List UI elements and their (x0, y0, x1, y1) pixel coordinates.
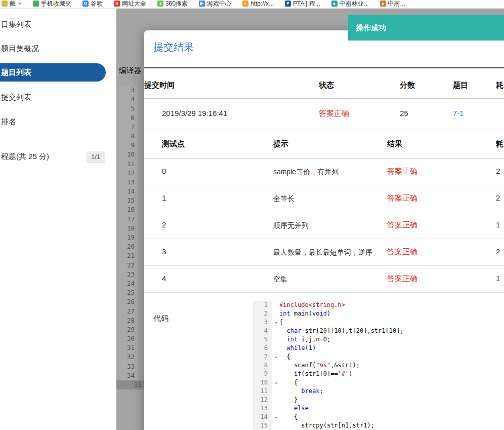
table-header-row: 提交时间状态分数题目耗 (144, 68, 504, 99)
bookmarks-list: 戴▼手机收藏夹G谷歌h网址大全3360搜索▶游戏中心ehttp://x...PP… (0, 0, 504, 9)
game-center-icon: ▶ (199, 1, 205, 7)
bookmark-item[interactable]: ▲中南林业... (331, 0, 369, 8)
bookmark-item[interactable]: ▲中南... (380, 0, 405, 8)
code-line: 9 if(str1[0]=='#') (253, 370, 404, 378)
test-elapsed: 2 (496, 159, 504, 185)
phone-bookmark-icon (33, 1, 39, 7)
code-line: 4 char str[20][10],t[20],str1[10]; (253, 327, 404, 335)
code-line: 13 else (253, 404, 404, 413)
bookmark-item[interactable]: 手机收藏夹 (33, 0, 71, 8)
screen: 戴▼手机收藏夹G谷歌h网址大全3360搜索▶游戏中心ehttp://x...PP… (0, 0, 504, 430)
code-line-number: 13 (253, 404, 272, 413)
table-row: 3最大数量，最长最短单词，逆序答案正确2 (144, 239, 504, 266)
code-line-number: 5 (253, 335, 272, 344)
code-block: 1#include<string.h>2int main(void)3▾{4 c… (253, 301, 404, 430)
sidebar-item[interactable]: 题目列表 (0, 63, 106, 82)
code-text: { (272, 318, 283, 327)
code-text: break; (272, 387, 323, 396)
table-row: 0sample等价，有并列答案正确2 (144, 159, 504, 185)
sidebar-item[interactable]: 题目集概况 (0, 36, 116, 61)
school-icon: ▲ (331, 1, 338, 7)
code-line-number: 2 (253, 309, 272, 318)
table-header-row: 测试点提示结果耗 (144, 129, 504, 159)
sidebar-item[interactable]: 排名 (0, 109, 116, 134)
code-line: 15 strcpy(str[n],str1); (253, 421, 404, 430)
result-tables: 提交时间状态分数题目耗2019/3/29 19:16:41答案正确257-1 测… (144, 67, 504, 293)
code-line: 6 while(1) (253, 344, 404, 353)
bookmark-item[interactable]: 3360搜索 (157, 0, 188, 8)
code-line-number: 14▾ (253, 413, 272, 421)
code-line: 11 break; (253, 387, 404, 396)
sidebar: 目集列表题目集概况题目列表提交列表排名 程题(共 25 分) 1/1 (0, 9, 116, 430)
code-line-number: 7▾ (253, 353, 272, 361)
code-line: 5 int i,j,n=0; (253, 335, 404, 344)
bookmark-label: 戴 (10, 0, 16, 8)
code-line: 2int main(void) (253, 309, 404, 318)
hao123-icon: h (114, 1, 120, 7)
test-point-id: 0 (144, 159, 273, 185)
bookmark-item[interactable]: ehttp://x... (242, 0, 274, 7)
bookmark-label: 网址大全 (122, 0, 146, 8)
bookmark-label: 游戏中心 (207, 0, 231, 8)
test-elapsed: 2 (496, 239, 504, 265)
bookmark-item[interactable]: h网址大全 (114, 0, 146, 8)
test-point-id: 3 (144, 239, 273, 265)
test-result: 答案正确 (387, 159, 496, 185)
code-line: 10▾ { (253, 378, 404, 387)
test-hint: sample等价，有并列 (273, 159, 387, 185)
submission-status: 答案正确 (319, 99, 400, 129)
fold-arrow-icon[interactable]: ▾ (275, 353, 277, 362)
problem-link[interactable]: 7-1 (453, 99, 496, 129)
bookmark-item[interactable]: ▶游戏中心 (199, 0, 231, 8)
toast-message: 操作成功 (356, 23, 386, 33)
test-hint: 顺序无并列 (273, 212, 387, 239)
test-result: 答案正确 (387, 185, 496, 212)
column-header: 分数 (400, 68, 453, 98)
code-line-number: 1 (253, 301, 272, 309)
submission-result-modal: 提交结果 提交时间状态分数题目耗2019/3/29 19:16:41答案正确25… (144, 30, 504, 430)
bookmark-label: http://x... (250, 0, 274, 7)
test-point-id: 2 (144, 212, 273, 239)
code-line-number: 15 (253, 421, 272, 430)
sidebar-section-programming[interactable]: 程题(共 25 分) 1/1 (0, 141, 116, 162)
google-icon: G (82, 1, 89, 7)
toast-success: 操作成功 (348, 15, 504, 41)
bookmark-item[interactable]: G谷歌 (82, 0, 103, 8)
code-text: int main(void) (272, 309, 330, 318)
pta-icon: P (285, 1, 291, 7)
code-text: char str[20][10],t[20],str1[10]; (272, 327, 404, 335)
sidebar-item[interactable]: 提交列表 (0, 85, 116, 109)
sidebar-item[interactable]: 目集列表 (0, 12, 116, 36)
column-header: 测试点 (144, 129, 273, 158)
code-section: 代码 1#include<string.h>2int main(void)3▾{… (144, 301, 504, 430)
fold-arrow-icon[interactable]: ▾ (275, 413, 277, 422)
column-header: 耗 (496, 68, 504, 98)
folder-icon (2, 1, 8, 7)
test-elapsed: 2 (496, 185, 504, 212)
bookmark-label: 手机收藏夹 (41, 0, 71, 8)
code-text: strcpy(str[n],str1); (272, 421, 374, 430)
test-hint: 空集 (273, 266, 387, 292)
code-line-number: 4 (253, 327, 272, 335)
bookmark-item[interactable]: PPTA | 程... (285, 0, 320, 8)
school-icon: ▲ (380, 1, 386, 7)
bookmark-label: 360搜索 (165, 0, 188, 8)
table-row: 2019/3/29 19:16:41答案正确257-1 (144, 99, 504, 129)
table-row: 2顺序无并列答案正确1 (144, 212, 504, 239)
submission-time: 2019/3/29 19:16:41 (144, 99, 319, 129)
bookmark-item[interactable]: 戴▼ (2, 0, 22, 8)
fold-arrow-icon[interactable]: ▾ (275, 379, 277, 387)
column-header: 题目 (453, 68, 496, 98)
code-text: scanf("%s",&str1); (272, 361, 360, 370)
test-result: 答案正确 (387, 266, 496, 292)
test-point-id: 4 (144, 266, 273, 292)
code-line: 8 scanf("%s",&str1); (253, 361, 404, 370)
code-line: 14▾ { (253, 413, 404, 421)
360-search-icon: 3 (157, 1, 163, 7)
chevron-down-icon: ▼ (18, 2, 22, 6)
fold-arrow-icon[interactable]: ▾ (275, 319, 277, 327)
bookmarks-bar: 戴▼手机收藏夹G谷歌h网址大全3360搜索▶游戏中心ehttp://x...PP… (0, 0, 504, 9)
test-hint: 最大数量，最长最短单词，逆序 (273, 239, 387, 265)
code-line: 3▾{ (253, 318, 404, 327)
code-line-number: 11 (253, 387, 272, 396)
